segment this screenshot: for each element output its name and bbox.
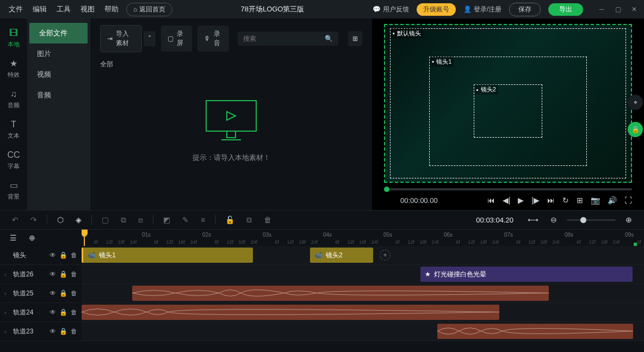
magnet-button[interactable]: ⬡	[55, 213, 66, 226]
redo-button[interactable]: ↷	[28, 213, 39, 226]
visibility-button[interactable]: 👁	[49, 289, 56, 297]
maximize-button[interactable]: ▢	[612, 4, 623, 15]
sidebar-item-effects[interactable]: ★特效	[0, 53, 27, 84]
lock-button[interactable]: 🔒	[59, 328, 67, 335]
lock-button[interactable]: 🔒	[59, 308, 67, 316]
search-box[interactable]: 🔍	[238, 32, 338, 46]
undo-button[interactable]: ↶	[10, 213, 21, 226]
fit-button[interactable]: ⟷	[525, 213, 541, 226]
media-filter-all[interactable]: 全部	[100, 52, 362, 77]
zoom-out-button[interactable]: ⊖	[548, 213, 559, 226]
crop-button[interactable]: ⧉	[119, 213, 128, 227]
layers-button[interactable]: ≡	[199, 213, 207, 226]
lock-button[interactable]: 🔒	[59, 251, 67, 259]
delete-track-button[interactable]: 🗑	[71, 328, 77, 335]
next-clip-button[interactable]: ⏭	[547, 196, 555, 205]
export-button[interactable]: 导出	[548, 3, 583, 16]
sidebar-item-subtitle[interactable]: CC字幕	[0, 145, 27, 175]
visibility-button[interactable]: 👁	[49, 308, 56, 316]
track-content[interactable]: 📹镜头1 📹镜头2 +	[82, 246, 644, 264]
clip-audio-24[interactable]	[82, 305, 499, 320]
preview-screen[interactable]: ▪默认镜头 ▪镜头1 ▪镜头2	[384, 24, 632, 183]
prev-clip-button[interactable]: ⏮	[487, 196, 495, 205]
progress-thumb[interactable]	[384, 187, 389, 192]
upgrade-button[interactable]: 升级账号	[417, 3, 456, 16]
adjust-button[interactable]: ◩	[161, 213, 172, 226]
aspect-button[interactable]: ▢	[100, 213, 111, 226]
prev-frame-button[interactable]: ◀|	[503, 196, 511, 205]
delete-track-button[interactable]: 🗑	[71, 251, 77, 259]
visibility-button[interactable]: 👁	[49, 270, 56, 278]
clip-shot2[interactable]: 📹镜头2	[310, 248, 373, 263]
login-button[interactable]: 👤 登录/注册	[463, 5, 501, 14]
sidebar-item-audio[interactable]: ♫音频	[0, 84, 27, 114]
camera-2-frame[interactable]: ▪镜头2	[474, 84, 543, 138]
sidebar-item-background[interactable]: ▭背景	[0, 175, 27, 206]
sidebar-item-local[interactable]: 🎞本地	[0, 23, 27, 53]
record-screen-button[interactable]: ▢录屏	[161, 26, 192, 52]
folder-images[interactable]: 图片	[27, 44, 90, 64]
track-content[interactable]	[82, 303, 644, 322]
crop-tool[interactable]: ⌖	[628, 95, 643, 110]
folder-all[interactable]: 全部文件	[29, 23, 88, 44]
menu-tool[interactable]: 工具	[57, 4, 71, 14]
playhead[interactable]	[84, 230, 85, 246]
play-button[interactable]: ▶	[518, 196, 524, 205]
delete-button[interactable]: 🗑	[262, 213, 274, 226]
lock-button[interactable]: 🔒	[59, 289, 67, 297]
import-dropdown[interactable]: ˅	[143, 31, 156, 46]
sidebar-item-text[interactable]: T文本	[0, 114, 27, 145]
chevron-right-icon[interactable]: ›	[4, 310, 10, 316]
search-input[interactable]	[243, 35, 325, 42]
save-button[interactable]: 保存	[509, 3, 541, 16]
safe-zone-button[interactable]: ⊞	[577, 196, 583, 205]
feedback-button[interactable]: 💬 用户反馈	[373, 5, 409, 14]
search-icon[interactable]: 🔍	[325, 35, 333, 42]
track-content[interactable]	[82, 284, 644, 302]
target-button[interactable]: ◈	[73, 213, 84, 226]
edit-button[interactable]: ✎	[180, 213, 191, 226]
fullscreen-button[interactable]: ⛶	[624, 196, 632, 205]
import-button[interactable]: ⇥导入素材	[100, 25, 142, 52]
add-track-button[interactable]: ⊕	[27, 231, 38, 244]
menu-help[interactable]: 帮助	[104, 4, 119, 14]
zoom-in-button[interactable]: ⊕	[623, 213, 634, 226]
split-button[interactable]: ⧈	[136, 213, 145, 227]
close-button[interactable]: ✕	[629, 4, 640, 15]
track-content[interactable]: ★灯光碰撞白色光晕	[82, 265, 644, 283]
lock-clip-button[interactable]: 🔓	[223, 213, 237, 226]
loop-button[interactable]: ↻	[562, 196, 569, 205]
chevron-right-icon[interactable]: ›	[4, 329, 10, 335]
visibility-button[interactable]: 👁	[49, 328, 56, 335]
snapshot-button[interactable]: 📷	[591, 196, 600, 205]
track-filter-button[interactable]: ☰	[8, 231, 19, 244]
minimize-button[interactable]: ─	[596, 4, 607, 15]
menu-file[interactable]: 文件	[9, 4, 23, 14]
add-shot-button[interactable]: +	[380, 250, 391, 261]
lock-button[interactable]: 🔒	[59, 270, 67, 278]
folder-videos[interactable]: 视频	[27, 64, 90, 85]
zoom-slider[interactable]	[567, 219, 616, 221]
track-content[interactable]	[82, 322, 644, 341]
clip-shot1[interactable]: 📹镜头1	[82, 248, 253, 263]
zoom-thumb[interactable]	[580, 217, 586, 223]
clip-audio-23[interactable]	[437, 324, 633, 339]
chevron-right-icon[interactable]: ›	[4, 271, 10, 277]
copy-button[interactable]: ⧉	[244, 213, 254, 227]
preview-progress[interactable]	[384, 188, 632, 190]
clip-audio-25[interactable]	[132, 286, 549, 301]
next-frame-button[interactable]: |▶	[531, 196, 540, 205]
delete-track-button[interactable]: 🗑	[71, 308, 77, 316]
view-grid-button[interactable]: ⊞	[348, 31, 362, 46]
delete-track-button[interactable]: 🗑	[71, 289, 77, 297]
folder-audio[interactable]: 音频	[27, 85, 90, 106]
clip-fx-light[interactable]: ★灯光碰撞白色光晕	[420, 267, 633, 282]
record-audio-button[interactable]: 🎙录音	[197, 26, 229, 52]
menu-edit[interactable]: 编辑	[33, 4, 47, 14]
return-home-button[interactable]: ⌂ 返回首页	[126, 3, 172, 16]
chevron-right-icon[interactable]: ›	[4, 291, 10, 297]
time-ruler[interactable]: 0s6f12f18f24f01s6f12f18f24f02s6f12f18f24…	[82, 230, 644, 246]
menu-view[interactable]: 视图	[81, 4, 95, 14]
volume-button[interactable]: 🔊	[608, 196, 617, 205]
lock-tool[interactable]: 🔒	[628, 122, 643, 137]
